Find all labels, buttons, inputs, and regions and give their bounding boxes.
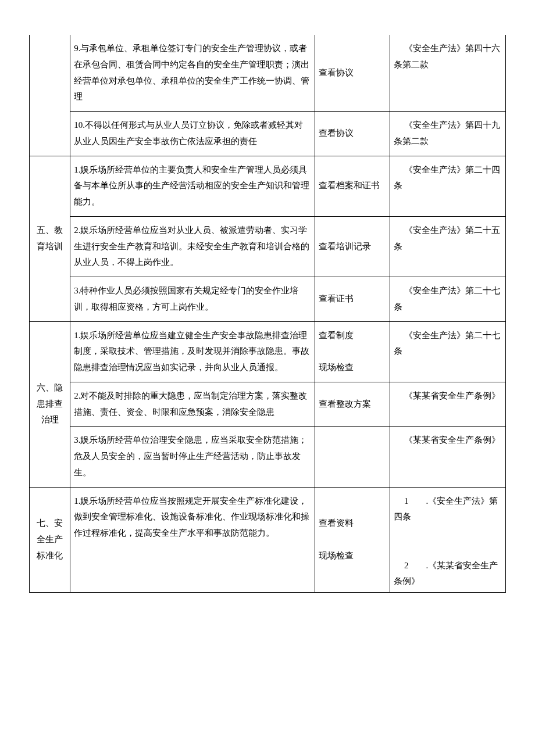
content-cell: 2.对不能及时排除的重大隐患，应当制定治理方案，落实整改措施、责任、资金、时限和… bbox=[70, 382, 315, 427]
law-cell: 《某某省安全生产条例》 bbox=[390, 382, 506, 427]
content-cell: 10.不得以任何形式与从业人员订立协议，免除或者减轻其对从业人员因生产安全事故伤… bbox=[70, 112, 315, 156]
check-cell: 查看制度现场检查 bbox=[315, 321, 390, 382]
law-cell: 《安全生产法》第二十七条 bbox=[390, 277, 506, 322]
content-cell: 3.特种作业人员必须按照国家有关规定经专门的安全作业培训，取得相应资格，方可上岗… bbox=[70, 277, 315, 322]
table-row: 2.娱乐场所经营单位应当对从业人员、被派遣劳动者、实习学生进行安全生产教育和培训… bbox=[30, 216, 506, 277]
category-cell: 七、安全生产标准化 bbox=[30, 487, 70, 593]
law-cell: 《安全生产法》第四十九条第二款 bbox=[390, 112, 506, 156]
law-cell: 《安全生产法》第二十四条 bbox=[390, 156, 506, 216]
law-cell: 《安全生产法》第四十六条第二款 bbox=[390, 35, 506, 112]
table-row: 2.对不能及时排除的重大隐患，应当制定治理方案，落实整改措施、责任、资金、时限和… bbox=[30, 382, 506, 427]
content-cell: 1.娱乐场所经营单位应当建立健全生产安全事故隐患排查治理制度，采取技术、管理措施… bbox=[70, 321, 315, 382]
table-row: 五、教育培训1.娱乐场所经营单位的主要负责人和安全生产管理人员必须具备与本单位所… bbox=[30, 156, 506, 216]
content-cell: 1.娱乐场所经营单位的主要负责人和安全生产管理人员必须具备与本单位所从事的生产经… bbox=[70, 156, 315, 216]
check-cell: 查看协议 bbox=[315, 35, 390, 112]
check-cell: 查看培训记录 bbox=[315, 216, 390, 277]
check-cell: 查看证书 bbox=[315, 277, 390, 322]
law-cell: 1 .《安全生产法》第四条2 .《某某省安全生产条例》 bbox=[390, 487, 506, 593]
content-cell: 2.娱乐场所经营单位应当对从业人员、被派遣劳动者、实习学生进行安全生产教育和培训… bbox=[70, 216, 315, 277]
table-row: 10.不得以任何形式与从业人员订立协议，免除或者减轻其对从业人员因生产安全事故伤… bbox=[30, 112, 506, 156]
table-row: 六、隐患排查治理1.娱乐场所经营单位应当建立健全生产安全事故隐患排查治理制度，采… bbox=[30, 321, 506, 382]
law-cell: 《安全生产法》第二十七条 bbox=[390, 321, 506, 382]
check-cell: 查看档案和证书 bbox=[315, 156, 390, 216]
table-row: 9.与承包单位、承租单位签订专门的安全生产管理协议，或者在承包合同、租赁合同中约… bbox=[30, 35, 506, 112]
category-cell: 五、教育培训 bbox=[30, 156, 70, 321]
table-row: 3.娱乐场所经营单位治理安全隐患，应当采取安全防范措施；危及人员安全的，应当暂时… bbox=[30, 427, 506, 487]
content-cell: 9.与承包单位、承租单位签订专门的安全生产管理协议，或者在承包合同、租赁合同中约… bbox=[70, 35, 315, 112]
law-cell: 《某某省安全生产条例》 bbox=[390, 427, 506, 487]
check-cell: 查看协议 bbox=[315, 112, 390, 156]
regulation-table: 9.与承包单位、承租单位签订专门的安全生产管理协议，或者在承包合同、租赁合同中约… bbox=[29, 35, 506, 593]
check-cell: 查看整改方案 bbox=[315, 382, 390, 427]
content-cell: 3.娱乐场所经营单位治理安全隐患，应当采取安全防范措施；危及人员安全的，应当暂时… bbox=[70, 427, 315, 487]
table-row: 七、安全生产标准化1.娱乐场所经营单位应当按照规定开展安全生产标准化建设，做到安… bbox=[30, 487, 506, 593]
category-cell: 六、隐患排查治理 bbox=[30, 321, 70, 487]
check-cell bbox=[315, 427, 390, 487]
law-cell: 《安全生产法》第二十五条 bbox=[390, 216, 506, 277]
table-row: 3.特种作业人员必须按照国家有关规定经专门的安全作业培训，取得相应资格，方可上岗… bbox=[30, 277, 506, 322]
content-cell: 1.娱乐场所经营单位应当按照规定开展安全生产标准化建设，做到安全管理标准化、设施… bbox=[70, 487, 315, 593]
category-cell bbox=[30, 35, 70, 156]
check-cell: 查看资料现场检查 bbox=[315, 487, 390, 593]
